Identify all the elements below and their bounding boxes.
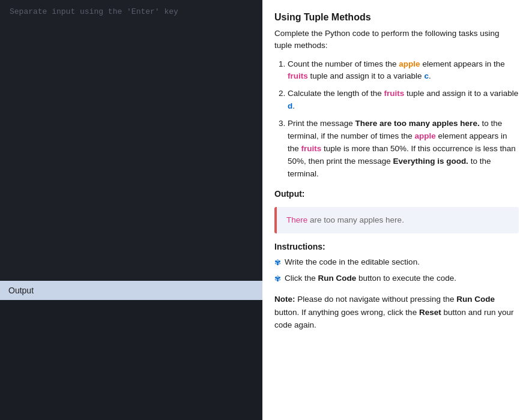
note-section: Note: Please do not navigate without pre… (274, 293, 519, 332)
note-text2: button. If anything goes wrong, click th… (274, 308, 419, 317)
task2-period: . (292, 101, 295, 110)
there-text: There (286, 215, 307, 224)
instruction-text-1: Write the code in the editable section. (285, 256, 420, 268)
output-preview-text: There are too many apples here. (286, 214, 509, 226)
task3-bold1: There are too many apples here. (355, 119, 480, 128)
task1-text3: tuple and assign it to a variable (308, 71, 425, 80)
task2-d: d (288, 101, 292, 110)
editor-hint: Separate input using the 'Enter' key (0, 0, 262, 23)
task-item-3: Print the message There are too many app… (288, 118, 519, 181)
task1-text2: element appears in the (420, 59, 505, 68)
section-title: Using Tuple Methods (274, 12, 519, 23)
task1-text1: Count the number of times the (288, 59, 399, 68)
output-area (0, 300, 262, 420)
note-reset: Reset (419, 308, 441, 317)
task1-apple: apple (399, 59, 420, 68)
task3-fruits: fruits (301, 144, 322, 153)
task2-text1: Calculate the length of the (288, 89, 384, 98)
task2-text2: tuple and assign it to a variable (404, 89, 518, 98)
output-label: Output (8, 286, 34, 295)
bullet-icon-2: ✾ (274, 273, 281, 285)
output-section-label: Output: (274, 189, 519, 199)
note-run-code: Run Code (456, 295, 495, 304)
instruction-item-1: ✾ Write the code in the editable section… (274, 256, 519, 269)
task3-apple: apple (415, 131, 436, 140)
task3-bold2: Everything is good. (393, 157, 468, 166)
note-text1: Please do not navigate without pressing … (295, 295, 457, 304)
task-list: Count the number of times the apple elem… (274, 58, 519, 181)
intro-text: Complete the Python code to perform the … (274, 28, 519, 52)
task3-text1: Print the message (288, 119, 355, 128)
output-preview-box: There are too many apples here. (274, 207, 519, 233)
note-label: Note: (274, 295, 295, 304)
task1-period: . (429, 71, 431, 80)
left-panel: Separate input using the 'Enter' key Out… (0, 0, 262, 420)
code-editor[interactable]: Separate input using the 'Enter' key (0, 0, 262, 281)
output-rest-text: are too many apples here. (307, 215, 404, 224)
instruction-text-2: Click the Run Code button to execute the… (285, 272, 456, 284)
instructions-label: Instructions: (274, 242, 519, 251)
task-item-1: Count the number of times the apple elem… (288, 58, 519, 83)
task2-fruits: fruits (384, 89, 405, 98)
bullet-icon-1: ✾ (274, 257, 281, 269)
task-item-2: Calculate the length of the fruits tuple… (288, 88, 519, 113)
output-bar: Output (0, 281, 262, 300)
instruction-item-2: ✾ Click the Run Code button to execute t… (274, 272, 519, 285)
task1-c: c (424, 71, 429, 80)
task1-fruits: fruits (288, 71, 308, 80)
right-panel: Using Tuple Methods Complete the Python … (262, 0, 532, 420)
